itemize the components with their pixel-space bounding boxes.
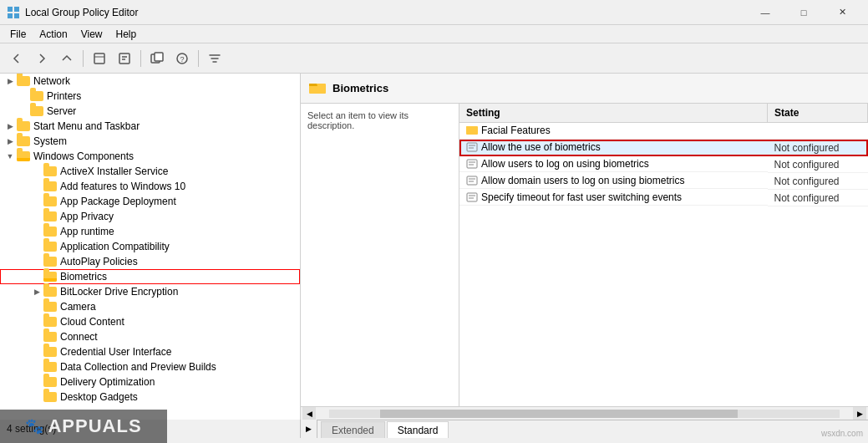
tree-item-delivery-opt[interactable]: Delivery Optimization: [0, 374, 300, 390]
close-button[interactable]: ✕: [823, 0, 861, 25]
table-row-facial[interactable]: Facial Features: [459, 122, 868, 140]
tree-item-server[interactable]: Server: [0, 104, 300, 119]
tree-item-windows-components[interactable]: ▼ Windows Components: [0, 149, 300, 164]
tree-item-app-privacy[interactable]: App Privacy: [0, 209, 300, 224]
col-state: State: [768, 104, 868, 122]
setting-icon-allow-logon: [466, 158, 478, 170]
hscroll-track[interactable]: [329, 410, 840, 418]
table-row-allow-use[interactable]: Allow the use of biometrics Not configur…: [459, 140, 868, 156]
col-setting: Setting: [459, 104, 768, 122]
folder-icon-activex: [43, 166, 57, 176]
tree-item-printers[interactable]: Printers: [0, 89, 300, 104]
tree-item-app-runtime[interactable]: App runtime: [0, 224, 300, 239]
tree-item-add-features[interactable]: Add features to Windows 10: [0, 179, 300, 194]
tree-item-app-package[interactable]: App Package Deployment: [0, 194, 300, 209]
tree-label-server: Server: [47, 105, 76, 117]
table-row-allow-logon[interactable]: Allow users to log on using biometrics N…: [459, 156, 868, 173]
tree-item-activex[interactable]: ActiveX Installer Service: [0, 164, 300, 179]
expander-windows-components[interactable]: ▼: [3, 150, 17, 163]
table-row-specify-timeout[interactable]: Specify timeout for fast user switching …: [459, 190, 868, 206]
tree-item-credential-ui[interactable]: Credential User Interface: [0, 344, 300, 359]
svg-rect-2: [8, 13, 13, 18]
tree-item-start-menu[interactable]: ▶ Start Menu and Taskbar: [0, 119, 300, 134]
svg-rect-3: [14, 13, 19, 18]
tree-label-start-menu: Start Menu and Taskbar: [33, 120, 140, 132]
tree-item-connect[interactable]: Connect: [0, 329, 300, 344]
app-icon: [7, 6, 20, 19]
cell-allow-use-state: Not configured: [768, 140, 868, 156]
tree-label-cloud-content: Cloud Content: [60, 316, 124, 328]
up-button[interactable]: [55, 47, 79, 70]
settings-pane[interactable]: Setting State: [459, 104, 868, 406]
left-pane[interactable]: ▶ Network Printers Server ▶ Start Menu a…: [0, 74, 301, 420]
folder-icon-biometrics: [43, 272, 57, 282]
expander-desktop-gadgets: [30, 390, 43, 404]
right-header: Biometrics: [301, 74, 868, 104]
table-header-row: Setting State: [459, 104, 868, 122]
tree-label-app-privacy: App Privacy: [60, 211, 114, 222]
cell-allow-domain-state: Not configured: [768, 173, 868, 190]
hscroll-thumb[interactable]: [380, 410, 738, 418]
maximize-button[interactable]: □: [784, 0, 823, 25]
back-button[interactable]: [5, 47, 28, 70]
tree-item-biometrics[interactable]: Biometrics: [0, 269, 300, 284]
tree-label-data-collection: Data Collection and Preview Builds: [60, 361, 216, 373]
properties-button[interactable]: [113, 47, 136, 70]
svg-rect-1: [14, 7, 19, 12]
watermark-wsxdn: wsxdn.com: [821, 429, 863, 438]
tree-item-autoplay[interactable]: AutoPlay Policies: [0, 254, 300, 269]
right-header-title: Biometrics: [332, 82, 388, 94]
tree-label-bitlocker: BitLocker Drive Encryption: [60, 286, 178, 298]
cell-allow-logon-label: Allow users to log on using biometrics: [459, 156, 768, 172]
minimize-button[interactable]: —: [746, 0, 784, 25]
tree-label-app-package: App Package Deployment: [60, 196, 176, 207]
tree-item-bitlocker[interactable]: ▶ BitLocker Drive Encryption: [0, 284, 300, 299]
expander-system[interactable]: ▶: [3, 135, 17, 148]
hscroll-right-arrow[interactable]: ▶: [853, 407, 866, 420]
expander-bitlocker[interactable]: ▶: [30, 285, 43, 298]
expander-app-package: [30, 195, 43, 208]
menu-file[interactable]: File: [3, 27, 33, 42]
table-row-allow-domain[interactable]: Allow domain users to log on using biome…: [459, 173, 868, 190]
tree-label-app-compat: Application Compatibility: [60, 241, 170, 252]
menu-help[interactable]: Help: [109, 27, 144, 42]
show-hide-button[interactable]: [88, 47, 111, 70]
horizontal-scrollbar[interactable]: ◀ ▶: [301, 406, 868, 420]
menu-action[interactable]: Action: [33, 27, 74, 42]
tab-standard[interactable]: Standard: [387, 421, 449, 438]
folder-icon-app-runtime: [43, 227, 57, 237]
folder-icon-printers: [30, 91, 43, 101]
expander-server: [17, 104, 30, 118]
setting-icon-allow-use: [466, 141, 478, 153]
expand-pane-button[interactable]: ▶: [301, 420, 317, 438]
tree-item-desktop-gadgets[interactable]: Desktop Gadgets: [0, 390, 300, 405]
filter-button[interactable]: [203, 47, 226, 70]
setting-icon-specify-timeout: [466, 191, 478, 203]
folder-icon-camera: [43, 302, 57, 312]
toolbar-separator-3: [198, 50, 199, 67]
tree-item-network[interactable]: ▶ Network: [0, 74, 300, 89]
expander-data-collection: [30, 360, 43, 374]
menu-view[interactable]: View: [74, 27, 109, 42]
help-button[interactable]: ?: [170, 47, 194, 70]
toolbar: ?: [0, 43, 868, 74]
tree-item-app-compat[interactable]: Application Compatibility: [0, 239, 300, 254]
cell-specify-timeout-label: Specify timeout for fast user switching …: [459, 190, 768, 206]
expander-network[interactable]: ▶: [3, 74, 17, 88]
hscroll-left-arrow[interactable]: ◀: [302, 407, 316, 420]
description-pane: Select an item to view its description.: [301, 104, 459, 406]
tree-item-camera[interactable]: Camera: [0, 299, 300, 314]
tree-item-cloud-content[interactable]: Cloud Content: [0, 314, 300, 329]
new-window-button[interactable]: [145, 47, 169, 70]
tree-item-system[interactable]: ▶ System: [0, 134, 300, 149]
svg-rect-27: [467, 193, 477, 201]
svg-rect-17: [466, 126, 471, 129]
tree-item-data-collection[interactable]: Data Collection and Preview Builds: [0, 359, 300, 374]
expander-app-privacy: [30, 210, 43, 223]
tab-container: Extended Standard: [317, 421, 868, 438]
header-folder-icon: [309, 80, 326, 96]
tab-extended[interactable]: Extended: [321, 421, 385, 438]
forward-button[interactable]: [30, 47, 53, 70]
tree-label-system: System: [33, 135, 67, 147]
expander-start-menu[interactable]: ▶: [3, 120, 17, 133]
